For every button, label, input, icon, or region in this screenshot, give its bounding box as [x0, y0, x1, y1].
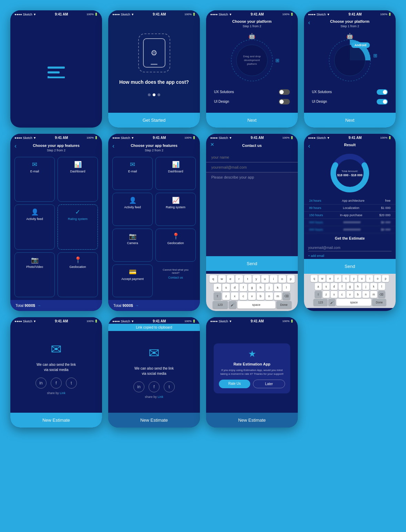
key-y[interactable]: y — [253, 275, 260, 283]
key-i[interactable]: i — [270, 275, 277, 283]
key-space[interactable]: space — [237, 301, 275, 309]
k8-e[interactable]: e — [327, 275, 334, 282]
key-done[interactable]: Done — [276, 301, 292, 309]
k8-r[interactable]: r — [335, 275, 342, 282]
new-estimate-btn-11[interactable]: New Estimate — [206, 413, 298, 428]
windows-icon[interactable]: ⊞ — [275, 58, 280, 63]
linkedin-icon-9[interactable]: in — [35, 378, 47, 389]
email-input[interactable] — [206, 162, 298, 172]
key-c[interactable]: c — [240, 292, 247, 300]
k8-a[interactable]: a — [315, 283, 322, 290]
k8-k[interactable]: k — [370, 283, 377, 290]
k8-space[interactable]: space — [336, 299, 371, 306]
k8-n[interactable]: n — [362, 291, 369, 298]
k8-del[interactable]: ⌫ — [378, 291, 385, 298]
feature-activity-6[interactable]: 👤 Activity feed — [112, 193, 153, 226]
key-j[interactable]: j — [265, 284, 273, 291]
contact-link-6[interactable]: Contact us — [168, 276, 183, 279]
facebook-icon-10[interactable]: f — [149, 381, 160, 392]
k8-c[interactable]: c — [338, 291, 345, 298]
windows-icon-4[interactable]: ⊞ — [373, 53, 377, 58]
rate-us-btn[interactable]: Rate Us — [219, 380, 250, 388]
linkedin-icon-10[interactable]: in — [133, 381, 144, 392]
add-email-btn[interactable]: + add email — [304, 253, 396, 259]
feature-activity-5[interactable]: 👤 Activity feed — [14, 204, 55, 249]
k8-d[interactable]: d — [331, 283, 337, 290]
key-w[interactable]: w — [218, 275, 226, 283]
k8-j[interactable]: j — [362, 283, 369, 290]
get-started-button[interactable]: Get Started — [108, 113, 200, 128]
send-btn-8[interactable]: Send — [304, 259, 396, 274]
key-a[interactable]: a — [214, 284, 221, 291]
key-n[interactable]: n — [265, 292, 273, 300]
feature-payment-6[interactable]: 💳 Accept payment — [112, 264, 153, 298]
k8-123[interactable]: 123 — [314, 299, 327, 306]
key-m[interactable]: m — [274, 292, 282, 300]
k8-h[interactable]: h — [354, 283, 361, 290]
key-q[interactable]: q — [210, 275, 217, 283]
feature-rating-6[interactable]: 📈 Rating system — [155, 193, 196, 226]
key-g[interactable]: g — [248, 284, 256, 291]
key-mic[interactable]: 🎤 — [229, 301, 236, 309]
key-l[interactable]: l — [283, 284, 290, 291]
feature-dashboard-6[interactable]: 📊 Dashboard — [155, 157, 196, 190]
k8-z[interactable]: z — [323, 291, 329, 298]
k8-g[interactable]: g — [346, 283, 353, 290]
feature-contact-6[interactable]: Cannot find what you need? Contact us — [155, 264, 196, 298]
k8-b[interactable]: b — [354, 291, 361, 298]
k8-p[interactable]: p — [382, 275, 389, 282]
key-s[interactable]: s — [222, 284, 230, 291]
key-p[interactable]: p — [287, 275, 295, 283]
close-icon-7[interactable]: ✕ — [210, 142, 214, 147]
desc-input[interactable]: Please describe your app — [206, 172, 298, 256]
key-z[interactable]: z — [222, 292, 230, 300]
k8-w[interactable]: w — [319, 275, 326, 282]
k8-t[interactable]: t — [343, 275, 349, 282]
key-v[interactable]: v — [248, 292, 256, 300]
feature-camera-6[interactable]: 📷 Camera — [112, 229, 153, 262]
feature-email-5[interactable]: ✉ E-mail — [14, 157, 55, 202]
facebook-icon-9[interactable]: f — [51, 378, 62, 389]
k8-s[interactable]: s — [323, 283, 329, 290]
android-icon-4[interactable]: 🤖 — [346, 33, 353, 39]
share-link-btn-9[interactable]: Link — [60, 391, 65, 395]
key-t[interactable]: t — [244, 275, 252, 283]
feature-rating-5[interactable]: ✓ Rating system — [58, 204, 98, 249]
twitter-icon-10[interactable]: t — [164, 381, 175, 392]
key-d[interactable]: d — [231, 284, 238, 291]
send-button-7[interactable]: Send — [206, 256, 298, 271]
new-estimate-btn-10[interactable]: New Estimate — [108, 413, 200, 428]
k8-mic[interactable]: 🎤 — [328, 299, 335, 306]
k8-u[interactable]: u — [358, 275, 365, 282]
key-f[interactable]: f — [240, 284, 247, 291]
back-icon-8[interactable]: ‹ — [308, 142, 310, 150]
k8-v[interactable]: v — [346, 291, 353, 298]
key-x[interactable]: x — [231, 292, 238, 300]
k8-x[interactable]: x — [331, 291, 337, 298]
next-button-s3[interactable]: Next — [206, 113, 298, 128]
key-e[interactable]: e — [227, 275, 234, 283]
key-h[interactable]: h — [257, 284, 264, 291]
feature-geo-5[interactable]: 📍 Geolocation — [58, 252, 98, 297]
feature-dashboard-5[interactable]: 📊 Dashboard — [58, 157, 98, 202]
ui-toggle[interactable] — [279, 99, 290, 104]
name-input[interactable] — [206, 152, 298, 162]
key-k[interactable]: k — [274, 284, 282, 291]
key-r[interactable]: r — [235, 275, 243, 283]
android-icon[interactable]: 🤖 — [248, 33, 255, 39]
key-shift[interactable]: ⇧ — [214, 292, 221, 300]
key-u[interactable]: u — [261, 275, 269, 283]
k8-l[interactable]: l — [378, 283, 385, 290]
k8-i[interactable]: i — [366, 275, 373, 282]
next-button-s4[interactable]: Next — [304, 113, 396, 128]
k8-done[interactable]: Done — [372, 299, 386, 306]
key-123[interactable]: 123 — [213, 301, 228, 309]
feature-email-6[interactable]: ✉ E-mail — [112, 157, 153, 190]
later-btn[interactable]: Later — [253, 380, 285, 388]
k8-shift[interactable]: ⇧ — [315, 291, 322, 298]
new-estimate-btn-9[interactable]: New Estimate — [10, 413, 102, 428]
ux-toggle[interactable] — [279, 89, 290, 95]
k8-f[interactable]: f — [338, 283, 345, 290]
key-delete[interactable]: ⌫ — [283, 292, 290, 300]
ui-toggle-4[interactable] — [377, 99, 388, 104]
